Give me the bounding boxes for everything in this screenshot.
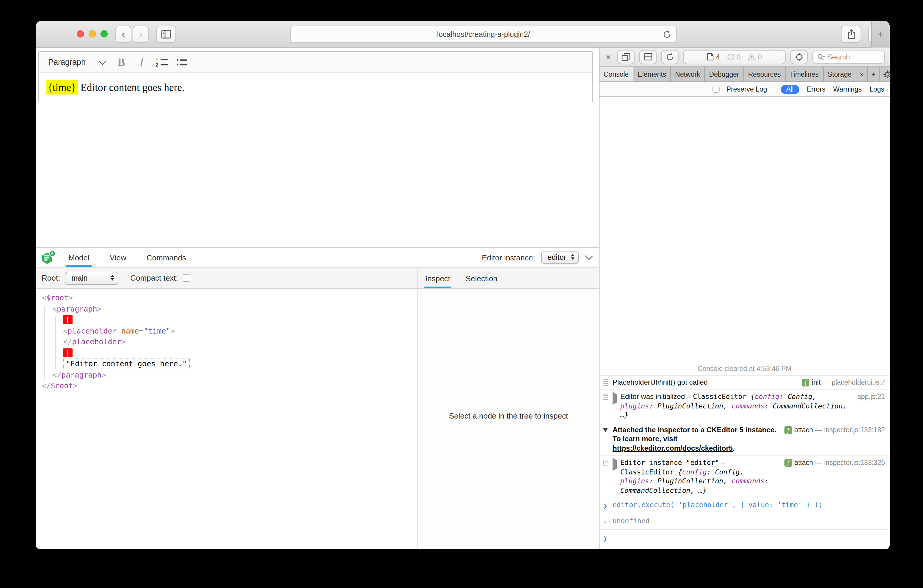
close-inspector-button[interactable]: ×	[604, 52, 613, 62]
source-location-link[interactable]: app.js:21	[857, 393, 885, 402]
numbered-list-button[interactable]: 1 2	[152, 54, 172, 71]
inspector-tab-timelines[interactable]: Timelines	[786, 67, 824, 81]
back-button[interactable]: ‹	[115, 26, 131, 43]
ck-side-tab-selection[interactable]: Selection	[466, 274, 498, 288]
editor-paragraph[interactable]: {time} Editor content goes here.	[46, 81, 184, 94]
console-messages: PlaceholderUI#init() got calledfinit— pl…	[599, 375, 890, 530]
console-message-row[interactable]: Editor instance "editor" – ClassicEditor…	[599, 456, 890, 498]
indent-guide	[44, 305, 44, 381]
console-prompt-row[interactable]: ❯	[599, 530, 890, 549]
console-row-gutter	[603, 458, 613, 465]
preserve-log-checkbox[interactable]	[713, 85, 720, 93]
screen: ‹ › localhost/creating-a-plugin2/	[0, 0, 923, 588]
disclosure-closed-icon[interactable]	[613, 392, 617, 405]
settings-tab-button[interactable]	[880, 67, 890, 81]
warning-triangle-icon	[748, 53, 755, 60]
tree-token: <	[42, 293, 46, 302]
inspector-tab-console[interactable]: Console	[599, 67, 633, 81]
document-icon	[707, 53, 714, 61]
inspector-reload-button[interactable]	[661, 50, 678, 64]
filter-option-logs[interactable]: Logs	[869, 85, 884, 93]
zoom-window-button[interactable]	[100, 31, 108, 38]
resource-badges[interactable]: 4 0	[683, 50, 786, 64]
inspector-tab-network[interactable]: Network	[671, 67, 705, 81]
close-window-button[interactable]	[77, 31, 84, 38]
model-tree-line[interactable]: ]	[36, 348, 417, 358]
filter-option-all[interactable]: All	[781, 85, 799, 94]
share-button[interactable]	[841, 26, 861, 43]
reload-button[interactable]	[662, 30, 672, 39]
editor-instance-select[interactable]: editor	[541, 251, 579, 264]
model-tree-line[interactable]: "Editor content goes here."	[36, 358, 417, 370]
inspector-tab-resources[interactable]: Resources	[744, 67, 786, 81]
inspector-tab-debugger[interactable]: Debugger	[705, 67, 744, 81]
overflow-tabs-button[interactable]: »	[856, 67, 868, 81]
address-bar-url[interactable]: localhost/creating-a-plugin2/	[437, 30, 530, 38]
bold-button[interactable]: B	[111, 54, 131, 71]
ck-tab-commands[interactable]: Commands	[146, 248, 186, 267]
console-filter-options: AllErrorsWarningsLogs	[781, 85, 884, 94]
console-message-text: Editor was initialized – ClassicEditor {…	[620, 393, 852, 420]
root-select[interactable]: main	[65, 271, 118, 284]
gear-icon	[883, 70, 890, 78]
inspector-search-field[interactable]: Search	[812, 50, 885, 63]
editor-toolbar: Paragraph B I 1 2	[38, 51, 593, 73]
ck-side-tab-inspect[interactable]: Inspect	[425, 274, 450, 288]
page-count-badge: 4	[707, 53, 720, 61]
compact-text-checkbox[interactable]	[183, 274, 191, 282]
model-tree-line[interactable]: [	[36, 315, 417, 325]
model-tree-line[interactable]: <placeholder name="time">	[36, 325, 417, 337]
console-text-segment: PlaceholderUI#init() got called	[613, 378, 708, 386]
inspector-tab-storage[interactable]: Storage	[823, 67, 856, 81]
tree-token: >	[122, 337, 126, 346]
console-message-row[interactable]: ‹·undefined	[599, 514, 890, 530]
console-message-row[interactable]: ❯editor.execute( 'placeholder', { value:…	[599, 498, 890, 514]
model-tree-line[interactable]: <paragraph>	[36, 304, 417, 315]
function-badge-icon: f	[784, 426, 792, 434]
element-picker-button[interactable]	[790, 50, 808, 64]
web-inspector-tabbar: ConsoleElementsNetworkDebuggerResourcesT…	[599, 67, 890, 82]
minimize-window-button[interactable]	[89, 31, 96, 38]
console-message-meta: fattach— inspector.js:133:326	[784, 458, 885, 468]
console-input[interactable]	[613, 533, 885, 543]
source-location-link[interactable]: — inspector.js:133:326	[815, 458, 885, 468]
editor-text[interactable]: Editor content goes here.	[78, 81, 185, 93]
disclosure-closed-icon[interactable]	[613, 458, 617, 471]
console-link[interactable]: https://ckeditor.com/docs/ckeditor5	[613, 444, 733, 452]
italic-button[interactable]: I	[131, 54, 152, 71]
ck-tab-view[interactable]: View	[110, 248, 126, 267]
heading-dropdown[interactable]: Paragraph	[39, 52, 111, 72]
collapse-inspector-button[interactable]	[585, 252, 593, 260]
new-tab-button[interactable]: +	[871, 21, 890, 48]
filter-option-warnings[interactable]: Warnings	[833, 85, 862, 93]
placeholder-widget[interactable]: {time}	[46, 80, 78, 94]
detach-icon	[621, 53, 631, 61]
console-message-row[interactable]: Editor was initialized – ClassicEditor {…	[599, 390, 890, 423]
editor-instance-value: editor	[547, 253, 566, 261]
model-tree-line[interactable]: </$root>	[36, 381, 417, 391]
console-message-row[interactable]: Attached the inspector to a CKEditor 5 i…	[599, 423, 890, 456]
editor-content-area[interactable]: {time} Editor content goes here.	[38, 72, 593, 102]
model-tree-line[interactable]: <$root>	[36, 292, 417, 304]
source-location-link[interactable]: — inspector.js:133:182	[815, 425, 885, 435]
disclosure-open-icon[interactable]	[603, 428, 608, 432]
tree-token: placeholder	[67, 326, 117, 335]
compact-text-label: Compact text:	[130, 273, 178, 283]
model-tree-line[interactable]: </placeholder>	[36, 337, 417, 348]
forward-button[interactable]: ›	[133, 26, 149, 43]
inspector-tab-elements[interactable]: Elements	[633, 67, 671, 81]
address-bar[interactable]: localhost/creating-a-plugin2/	[290, 26, 677, 43]
model-tree-line[interactable]: </paragraph>	[36, 370, 417, 381]
detach-inspector-button[interactable]	[618, 50, 635, 64]
filter-option-errors[interactable]: Errors	[807, 85, 826, 93]
console-result-icon: ‹·	[603, 517, 612, 527]
ck-tab-model[interactable]: Model	[68, 248, 90, 267]
dock-bottom-button[interactable]	[639, 50, 657, 64]
console-text-segment: plugins	[620, 477, 649, 485]
bold-icon: B	[117, 56, 125, 69]
bulleted-list-button[interactable]	[172, 54, 192, 71]
source-location-link[interactable]: — placeholderui.js:7	[823, 378, 885, 387]
console-message-row[interactable]: PlaceholderUI#init() got calledfinit— pl…	[599, 375, 890, 390]
add-tab-button[interactable]: +	[868, 67, 880, 81]
sidebar-toggle-button[interactable]	[156, 26, 176, 43]
